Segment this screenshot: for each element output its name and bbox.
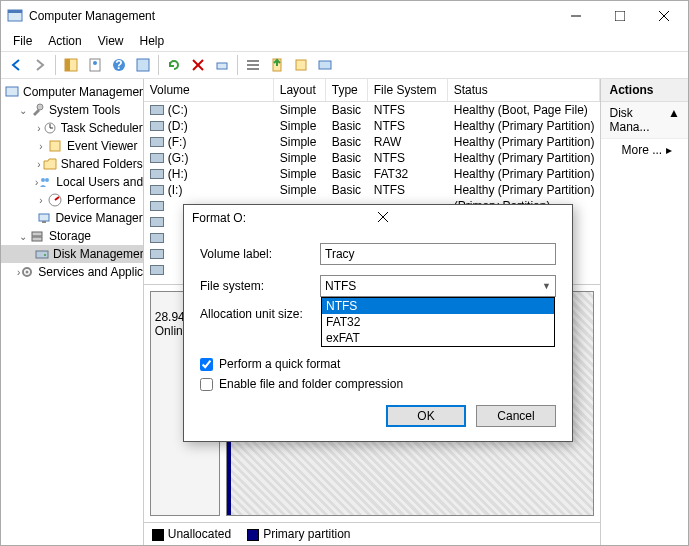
tree-performance[interactable]: ›Performance xyxy=(1,191,143,209)
show-hide-button[interactable] xyxy=(60,54,82,76)
dialog-title: Format O: xyxy=(192,211,378,225)
volume-icon xyxy=(150,137,164,147)
forward-button[interactable] xyxy=(29,54,51,76)
volume-icon xyxy=(150,185,164,195)
storage-icon xyxy=(29,228,45,244)
help-button[interactable]: ? xyxy=(108,54,130,76)
ok-button[interactable]: OK xyxy=(386,405,466,427)
rescan-button[interactable] xyxy=(211,54,233,76)
header-fs[interactable]: File System xyxy=(368,79,448,101)
quick-format-checkbox[interactable]: Perform a quick format xyxy=(200,357,556,371)
svg-rect-12 xyxy=(137,59,149,71)
svg-rect-25 xyxy=(50,141,60,151)
tree-system-tools[interactable]: ⌄ System Tools xyxy=(1,101,143,119)
volume-label-input[interactable] xyxy=(320,243,556,265)
toolbar: ? xyxy=(1,51,688,79)
allocation-unit-label: Allocation unit size: xyxy=(200,307,320,321)
svg-rect-22 xyxy=(6,87,18,96)
svg-rect-20 xyxy=(296,60,306,70)
tree-root[interactable]: Computer Management (Local) xyxy=(1,83,143,101)
tree-task-scheduler[interactable]: ›Task Scheduler xyxy=(1,119,143,137)
close-button[interactable] xyxy=(642,1,686,31)
navigation-tree[interactable]: Computer Management (Local) ⌄ System Too… xyxy=(1,79,144,545)
refresh-button[interactable] xyxy=(132,54,154,76)
svg-point-36 xyxy=(26,271,29,274)
table-row[interactable]: (D:)SimpleBasicNTFSHealthy (Primary Part… xyxy=(144,118,601,134)
chevron-right-icon: ▸ xyxy=(666,143,672,157)
volume-icon xyxy=(150,153,164,163)
table-row[interactable]: (F:)SimpleBasicRAWHealthy (Primary Parti… xyxy=(144,134,601,150)
header-volume[interactable]: Volume xyxy=(144,79,274,101)
header-layout[interactable]: Layout xyxy=(274,79,326,101)
menu-help[interactable]: Help xyxy=(132,32,173,50)
tree-services[interactable]: ›Services and Applications xyxy=(1,263,143,281)
svg-rect-1 xyxy=(8,10,22,13)
svg-rect-33 xyxy=(36,251,48,258)
maximize-button[interactable] xyxy=(598,1,642,31)
volume-icon xyxy=(150,105,164,115)
header-status[interactable]: Status xyxy=(448,79,601,101)
actions-header: Actions xyxy=(601,79,688,102)
table-header[interactable]: Volume Layout Type File System Status xyxy=(144,79,601,102)
tree-shared-folders[interactable]: ›Shared Folders xyxy=(1,155,143,173)
svg-point-34 xyxy=(44,254,46,256)
file-system-combo[interactable]: NTFS ▼ NTFS FAT32 exFAT xyxy=(320,275,556,297)
table-row[interactable]: (G:)SimpleBasicNTFSHealthy (Primary Part… xyxy=(144,150,601,166)
svg-rect-16 xyxy=(247,60,259,62)
volume-icon xyxy=(150,121,164,131)
svg-rect-7 xyxy=(65,59,70,71)
actions-category[interactable]: Disk Mana... ▲ xyxy=(601,102,688,139)
properties-button[interactable] xyxy=(84,54,106,76)
minimize-button[interactable] xyxy=(554,1,598,31)
disk-icon xyxy=(35,246,49,262)
list-button[interactable] xyxy=(242,54,264,76)
users-icon xyxy=(38,174,52,190)
options-button[interactable] xyxy=(290,54,312,76)
dialog-close-button[interactable] xyxy=(378,211,564,225)
tree-local-users[interactable]: ›Local Users and Groups xyxy=(1,173,143,191)
action-refresh-button[interactable] xyxy=(163,54,185,76)
attach-button[interactable] xyxy=(266,54,288,76)
svg-text:?: ? xyxy=(115,58,122,72)
volume-icon xyxy=(150,265,164,275)
tree-disk-management[interactable]: Disk Management xyxy=(1,245,143,263)
actions-more[interactable]: More ... ▸ xyxy=(601,139,688,161)
menu-file[interactable]: File xyxy=(5,32,40,50)
table-row[interactable]: (H:)SimpleBasicFAT32Healthy (Primary Par… xyxy=(144,166,601,182)
collapse-icon[interactable]: ▲ xyxy=(668,106,680,134)
svg-point-27 xyxy=(45,178,49,182)
fs-option-fat32[interactable]: FAT32 xyxy=(322,314,554,330)
title-bar: Computer Management xyxy=(1,1,688,31)
quick-format-input[interactable] xyxy=(200,358,213,371)
tree-storage[interactable]: ⌄Storage xyxy=(1,227,143,245)
menu-view[interactable]: View xyxy=(90,32,132,50)
performance-icon xyxy=(47,192,63,208)
compression-checkbox[interactable]: Enable file and folder compression xyxy=(200,377,556,391)
delete-button[interactable] xyxy=(187,54,209,76)
back-button[interactable] xyxy=(5,54,27,76)
header-type[interactable]: Type xyxy=(326,79,368,101)
volume-icon xyxy=(150,217,164,227)
fs-option-exfat[interactable]: exFAT xyxy=(322,330,554,346)
expand-icon[interactable]: ⌄ xyxy=(17,105,29,116)
cancel-button[interactable]: Cancel xyxy=(476,405,556,427)
svg-point-23 xyxy=(37,104,43,110)
computer-icon xyxy=(5,84,19,100)
chevron-down-icon: ▼ xyxy=(542,281,551,291)
tree-device-manager[interactable]: Device Manager xyxy=(1,209,143,227)
dialog-titlebar[interactable]: Format O: xyxy=(184,205,572,231)
fs-option-ntfs[interactable]: NTFS xyxy=(322,298,554,314)
legend-primary: Primary partition xyxy=(247,527,350,541)
menu-action[interactable]: Action xyxy=(40,32,89,50)
volume-icon xyxy=(150,249,164,259)
table-row[interactable]: (C:)SimpleBasicNTFSHealthy (Boot, Page F… xyxy=(144,102,601,118)
settings-button[interactable] xyxy=(314,54,336,76)
svg-rect-30 xyxy=(42,221,46,223)
actions-pane: Actions Disk Mana... ▲ More ... ▸ xyxy=(601,79,688,545)
table-row[interactable]: (I:)SimpleBasicNTFSHealthy (Primary Part… xyxy=(144,182,601,198)
app-icon xyxy=(7,8,23,24)
tree-event-viewer[interactable]: ›Event Viewer xyxy=(1,137,143,155)
compression-input[interactable] xyxy=(200,378,213,391)
file-system-dropdown[interactable]: NTFS FAT32 exFAT xyxy=(321,297,555,347)
svg-rect-18 xyxy=(247,68,259,70)
